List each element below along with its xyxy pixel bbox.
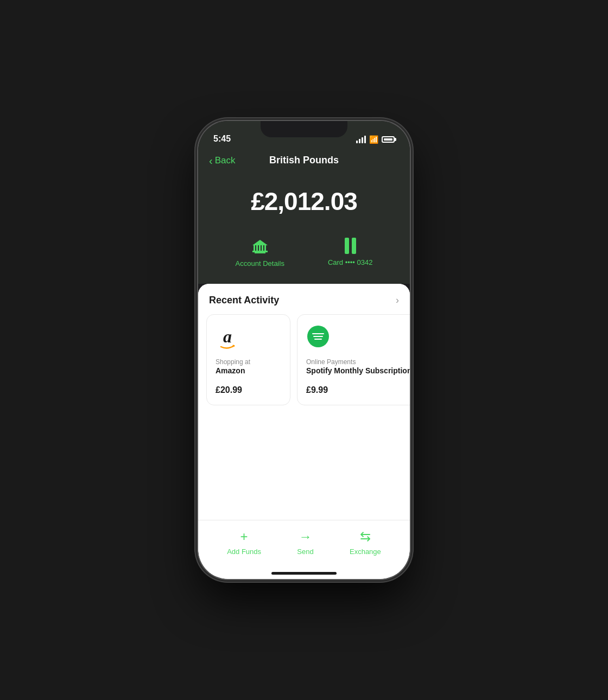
amazon-category: Shopping at [216, 358, 281, 366]
svg-rect-2 [259, 245, 261, 251]
nav-bar: ‹ Back British Pounds [198, 148, 410, 170]
notch [261, 121, 347, 137]
transactions-scroll[interactable]: a Shopping at Amazon £20.99 [198, 314, 410, 416]
transaction-spotify[interactable]: Online Payments Spotify Monthly Subscrip… [297, 314, 410, 405]
exchange-label: Exchange [350, 548, 381, 556]
send-icon: → [299, 529, 312, 544]
balance-amount: £2,012.03 [209, 187, 399, 216]
spotify-amount: £9.99 [306, 385, 410, 395]
back-label: Back [215, 155, 236, 166]
status-time: 5:45 [213, 134, 231, 144]
back-chevron-icon: ‹ [209, 155, 213, 166]
content-area: Recent Activity › a [198, 284, 410, 579]
amazon-amount: £20.99 [216, 385, 281, 395]
svg-rect-4 [264, 245, 266, 251]
card-icon [345, 238, 356, 254]
bank-icon [251, 238, 269, 255]
header-area: ‹ Back British Pounds £2,012.03 [198, 148, 410, 284]
quick-actions: Account Details Card •••• 0342 [198, 238, 410, 284]
add-funds-button[interactable]: + Add Funds [227, 529, 261, 556]
send-label: Send [297, 548, 313, 556]
svg-rect-1 [256, 245, 258, 251]
page-title: British Pounds [269, 155, 339, 166]
send-button[interactable]: → Send [297, 529, 313, 556]
status-icons: 📶 [356, 135, 395, 144]
battery-icon [382, 136, 395, 143]
add-funds-label: Add Funds [227, 548, 261, 556]
recent-activity-title: Recent Activity [209, 295, 279, 306]
back-button[interactable]: ‹ Back [209, 155, 235, 166]
transaction-spotify-info: Online Payments Spotify Monthly Subscrip… [306, 354, 410, 376]
phone-frame: 5:45 📶 ‹ Back [198, 121, 410, 579]
spotify-name: Spotify Monthly Subscription [306, 366, 410, 376]
transaction-amazon[interactable]: a Shopping at Amazon £20.99 [206, 314, 290, 405]
add-funds-icon: + [240, 529, 248, 544]
card-label: Card •••• 0342 [328, 258, 373, 266]
exchange-icon: ⇆ [360, 529, 371, 544]
balance-section: £2,012.03 [198, 170, 410, 238]
svg-rect-6 [252, 251, 268, 252]
account-details-button[interactable]: Account Details [236, 238, 284, 268]
transaction-amazon-info: Shopping at Amazon [216, 354, 281, 376]
signal-icon [356, 136, 366, 143]
card-button[interactable]: Card •••• 0342 [328, 238, 373, 268]
phone-screen: 5:45 📶 ‹ Back [198, 121, 410, 579]
spotify-logo [306, 324, 330, 348]
recent-activity-header: Recent Activity › [198, 284, 410, 314]
bottom-bar: + Add Funds → Send ⇆ Exchange [198, 520, 410, 572]
svg-rect-7 [255, 252, 265, 253]
svg-rect-0 [254, 245, 255, 251]
svg-marker-5 [252, 240, 268, 245]
spotify-category: Online Payments [306, 358, 410, 366]
home-bar [271, 572, 337, 575]
recent-activity-chevron-icon[interactable]: › [396, 295, 399, 306]
svg-marker-8 [232, 345, 235, 347]
amazon-logo: a [216, 324, 239, 348]
wifi-icon: 📶 [369, 135, 378, 144]
home-indicator [198, 572, 410, 579]
svg-rect-3 [262, 245, 263, 251]
amazon-name: Amazon [216, 366, 281, 376]
account-details-label: Account Details [236, 259, 284, 268]
exchange-button[interactable]: ⇆ Exchange [350, 529, 381, 556]
